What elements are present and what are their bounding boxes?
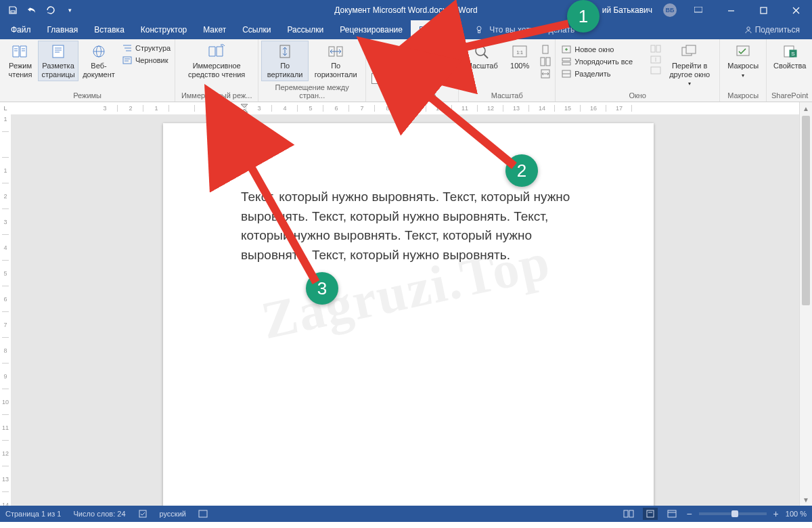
tab-file[interactable]: Файл [3, 20, 39, 39]
svg-rect-60 [668, 510, 676, 517]
proofing-icon[interactable] [138, 509, 148, 519]
group-show: ✓Линейка Сетка Область навига... Отображ… [366, 39, 459, 102]
tab-view[interactable]: Вид [411, 20, 442, 39]
share-button[interactable]: Поделиться [744, 25, 800, 35]
vertical-ruler[interactable]: 11234567891011121314 [0, 114, 12, 506]
one-page-icon[interactable] [540, 45, 551, 54]
draft-button[interactable]: Черновик [122, 56, 171, 65]
indent-marker[interactable] [240, 104, 248, 113]
svg-rect-49 [686, 45, 696, 53]
macros-label: Макросы [727, 62, 759, 70]
switch-windows-button[interactable]: Перейти в другое окно▾ [662, 41, 717, 89]
zoom-button[interactable]: Масштаб [461, 41, 502, 73]
status-page[interactable]: Страница 1 из 1 [5, 510, 61, 518]
print-layout-button[interactable]: Разметка страницы [38, 41, 78, 81]
svg-point-8 [747, 27, 750, 30]
vertical-scrollbar[interactable]: ▲ ▼ [799, 102, 812, 506]
page-width-icon[interactable] [540, 69, 551, 79]
scroll-up-icon[interactable]: ▲ [800, 102, 812, 114]
document-text[interactable]: Текст, который нужно выровнять. Текст, к… [241, 188, 579, 265]
horizontal-button[interactable]: По горизонтали [309, 41, 363, 81]
tab-home[interactable]: Главная [39, 20, 87, 39]
group-immersive: Иммерсивное средство чтения Иммерсивный … [175, 39, 258, 102]
zoom-out-icon[interactable]: − [686, 508, 692, 519]
read-view-icon[interactable] [621, 508, 636, 520]
annotation-badge-2: 2 [505, 154, 538, 187]
tab-insert[interactable]: Вставка [86, 20, 133, 39]
svg-rect-54 [139, 510, 146, 517]
svg-rect-44 [651, 45, 655, 52]
vertical-button[interactable]: По вертикали [261, 41, 309, 81]
ruler-checkbox[interactable]: ✓Линейка [371, 46, 454, 57]
web-layout-button[interactable]: Веб- документ [78, 41, 119, 81]
arrange-all-button[interactable]: Упорядочить все [561, 57, 646, 66]
svg-line-30 [484, 54, 488, 58]
switch-windows-label: Перейти в другое окно [669, 62, 710, 79]
svg-rect-35 [546, 58, 550, 66]
svg-text:S: S [792, 51, 795, 57]
zoom-level[interactable]: 100 % [786, 510, 807, 518]
horizontal-icon [326, 43, 345, 60]
user-avatar[interactable]: ВБ [663, 3, 677, 17]
multi-page-icon[interactable] [540, 57, 551, 66]
zoom-100-icon: 1:1 [510, 43, 529, 60]
tab-layout[interactable]: Макет [195, 20, 234, 39]
track-changes-icon[interactable] [198, 510, 208, 518]
grid-checkbox-box [371, 60, 382, 70]
reset-window-icon[interactable] [650, 66, 661, 74]
svg-point-6 [477, 26, 481, 30]
group-show-label: Отображение [369, 90, 455, 102]
titlebar: ▾ Документ Microsoft Word.docx - Word ий… [0, 0, 812, 20]
group-sharepoint: S Свойства SharePoint [767, 39, 812, 102]
immersive-reader-button[interactable]: Иммерсивное средство чтения [178, 41, 255, 81]
status-language[interactable]: русский [160, 510, 186, 518]
scrollbar-thumb[interactable] [802, 116, 810, 305]
tab-design[interactable]: Конструктор [133, 20, 195, 39]
read-mode-button[interactable]: Режим чтения [3, 41, 38, 81]
ribbon-tabs: Файл Главная Вставка Конструктор Макет С… [0, 20, 812, 39]
svg-rect-34 [541, 58, 545, 66]
macros-button[interactable]: Макросы▾ [723, 41, 763, 81]
undo-icon[interactable] [26, 4, 38, 16]
print-view-icon[interactable] [643, 508, 658, 520]
grid-label: Сетка [385, 61, 405, 69]
close-button[interactable] [785, 0, 807, 20]
tab-help-partial[interactable]: вка [442, 20, 471, 39]
scroll-down-icon[interactable]: ▼ [800, 493, 812, 506]
web-view-icon[interactable] [664, 508, 679, 520]
zoom-in-icon[interactable]: + [773, 508, 779, 519]
zoom-slider[interactable] [699, 512, 767, 515]
tab-mailings[interactable]: Рассылки [279, 20, 332, 39]
status-words[interactable]: Число слов: 24 [73, 510, 125, 518]
zoom-100-button[interactable]: 1:1 100% [502, 41, 537, 73]
maximize-button[interactable] [752, 0, 774, 20]
print-layout-icon [49, 43, 68, 60]
zoom-icon [472, 43, 491, 60]
save-icon[interactable] [7, 4, 19, 16]
side-by-side-icon[interactable] [650, 45, 661, 53]
split-button[interactable]: Разделить [561, 69, 646, 79]
minimize-button[interactable] [720, 0, 742, 20]
outline-button[interactable]: Структура [122, 43, 171, 53]
group-macros: Макросы▾ Макросы [720, 39, 767, 102]
tab-review[interactable]: Рецензирование [332, 20, 411, 39]
share-label: Поделиться [755, 25, 800, 35]
qat-customize-icon[interactable]: ▾ [64, 4, 76, 16]
properties-button[interactable]: S Свойства [769, 41, 810, 73]
svg-rect-1 [694, 7, 702, 12]
nav-checkbox[interactable]: Область навига... [371, 73, 454, 84]
group-immersive-label: Иммерсивный реж... [178, 90, 255, 102]
svg-rect-57 [629, 510, 633, 517]
sync-scroll-icon[interactable] [650, 56, 661, 64]
page-canvas[interactable]: Текст, который нужно выровнять. Текст, к… [11, 114, 800, 506]
tab-references[interactable]: Ссылки [234, 20, 279, 39]
zoom-slider-knob[interactable] [731, 510, 738, 517]
svg-rect-33 [543, 45, 548, 53]
new-window-button[interactable]: Новое окно [561, 45, 646, 54]
ribbon-display-icon[interactable] [687, 0, 709, 20]
redo-icon[interactable] [45, 4, 57, 16]
horizontal-ruler[interactable]: 3211234567891011121314151617 [11, 102, 800, 115]
svg-rect-45 [656, 45, 660, 52]
grid-checkbox[interactable]: Сетка [371, 60, 454, 70]
macros-icon [734, 43, 752, 60]
